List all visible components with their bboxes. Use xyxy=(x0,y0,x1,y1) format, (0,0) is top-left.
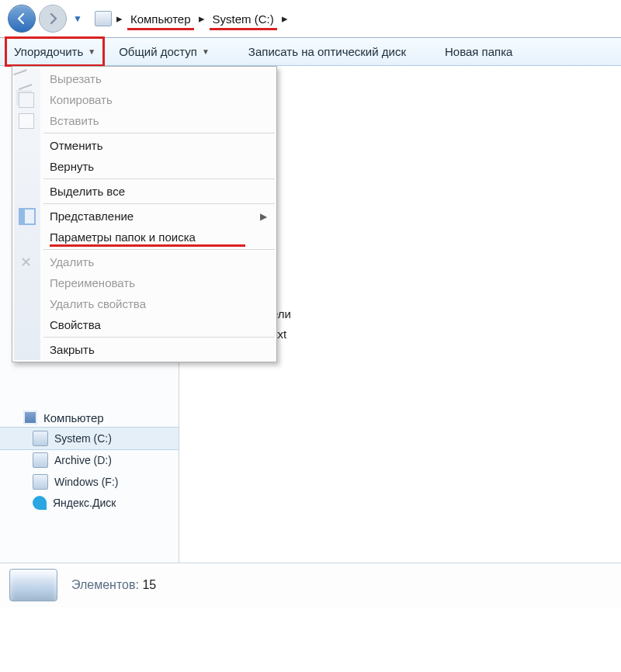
address-bar: ▼ ▸ Компьютер ▸ System (C:) ▸ xyxy=(0,0,621,38)
burn-label: Записать на оптический диск xyxy=(248,45,406,58)
organize-label: Упорядочить xyxy=(14,45,83,58)
nav-archive-d-label: Archive (D:) xyxy=(54,454,112,466)
recent-locations-dropdown[interactable]: ▼ xyxy=(70,13,85,24)
separator xyxy=(43,133,275,133)
menu-cut-label: Вырезать xyxy=(50,72,102,85)
drive-icon xyxy=(9,569,57,601)
burn-button[interactable]: Записать на оптический диск xyxy=(241,38,414,65)
paste-icon xyxy=(19,113,34,129)
menu-layout-label: Представление xyxy=(50,210,134,223)
delete-icon: ✕ xyxy=(19,255,33,269)
drive-icon xyxy=(33,431,48,446)
menu-close[interactable]: Закрыть xyxy=(12,339,276,360)
share-label: Общий доступ xyxy=(119,45,197,58)
menu-select-all-label: Выделить все xyxy=(50,185,125,198)
chevron-icon: ▸ xyxy=(199,12,205,26)
new-folder-label: Новая папка xyxy=(445,45,512,58)
chevron-right-icon: ▶ xyxy=(260,211,267,222)
share-button[interactable]: Общий доступ ▼ xyxy=(111,38,217,65)
menu-copy[interactable]: Копировать xyxy=(12,89,276,110)
breadcrumb-drive[interactable]: System (C:) xyxy=(210,11,277,27)
menu-delete-label: Удалить xyxy=(50,255,94,268)
menu-properties-label: Свойства xyxy=(50,318,101,331)
nav-computer-label: Компьютер xyxy=(43,411,104,424)
nav-archive-d[interactable]: Archive (D:) xyxy=(0,449,179,471)
nav-yandex-disk[interactable]: Яндекс.Диск xyxy=(0,493,179,513)
menu-remove-properties[interactable]: Удалить свойства xyxy=(12,293,276,314)
caret-icon: ▼ xyxy=(202,47,210,56)
copy-icon xyxy=(19,92,34,108)
menu-properties[interactable]: Свойства xyxy=(12,314,276,335)
new-folder-button[interactable]: Новая папка xyxy=(437,38,520,65)
organize-button[interactable]: Упорядочить ▼ xyxy=(6,38,103,65)
status-bar: Элементов: 15 xyxy=(0,563,621,607)
main-area: Компьютер System (C:) Archive (D:) Windo… xyxy=(0,66,621,563)
drive-icon xyxy=(95,11,112,26)
nav-windows-f[interactable]: Windows (F:) xyxy=(0,471,179,493)
organize-menu: Вырезать Копировать Вставить Отменить Ве… xyxy=(12,66,277,362)
computer-icon xyxy=(23,410,37,424)
menu-select-all[interactable]: Выделить все xyxy=(12,181,276,202)
chevron-icon: ▸ xyxy=(282,12,288,26)
drive-icon xyxy=(33,474,48,490)
forward-button[interactable] xyxy=(39,5,67,33)
toolbar: Упорядочить ▼ Общий доступ ▼ Записать на… xyxy=(0,38,621,66)
nav-system-c[interactable]: System (C:) xyxy=(0,427,179,450)
menu-folder-options[interactable]: Параметры папок и поиска xyxy=(12,227,276,248)
chevron-icon: ▸ xyxy=(116,12,123,26)
menu-delete[interactable]: ✕ Удалить xyxy=(12,251,276,272)
cut-icon xyxy=(13,69,32,90)
separator xyxy=(43,203,275,204)
menu-rename-label: Переименовать xyxy=(50,276,135,289)
separator xyxy=(43,337,275,338)
caret-icon: ▼ xyxy=(88,47,95,56)
menu-rename[interactable]: Переименовать xyxy=(12,272,276,293)
status-label: Элементов: xyxy=(71,578,139,591)
nav-system-c-label: System (C:) xyxy=(54,432,112,445)
separator xyxy=(43,178,275,179)
nav-yandex-label: Яндекс.Диск xyxy=(53,497,116,509)
separator xyxy=(43,249,275,250)
nav-windows-f-label: Windows (F:) xyxy=(54,476,118,488)
menu-redo[interactable]: Вернуть xyxy=(12,156,276,177)
menu-copy-label: Копировать xyxy=(50,93,113,106)
menu-undo[interactable]: Отменить xyxy=(12,135,276,156)
breadcrumb-computer[interactable]: Компьютер xyxy=(127,11,194,27)
menu-redo-label: Вернуть xyxy=(50,160,94,173)
layout-icon xyxy=(19,208,36,225)
menu-close-label: Закрыть xyxy=(50,343,95,356)
menu-undo-label: Отменить xyxy=(50,139,103,152)
menu-folder-options-label: Параметры папок и поиска xyxy=(50,230,196,244)
menu-paste-label: Вставить xyxy=(50,114,99,127)
menu-layout[interactable]: Представление ▶ xyxy=(12,206,276,227)
status-count: 15 xyxy=(142,578,156,591)
nav-computer[interactable]: Компьютер xyxy=(0,407,179,428)
breadcrumb: ▸ Компьютер ▸ System (C:) ▸ xyxy=(88,11,288,27)
menu-remove-properties-label: Удалить свойства xyxy=(50,297,146,310)
menu-paste[interactable]: Вставить xyxy=(12,110,276,131)
back-button[interactable] xyxy=(8,5,36,33)
drive-icon xyxy=(33,452,48,468)
menu-cut[interactable]: Вырезать xyxy=(12,68,276,89)
cloud-icon xyxy=(33,496,47,510)
